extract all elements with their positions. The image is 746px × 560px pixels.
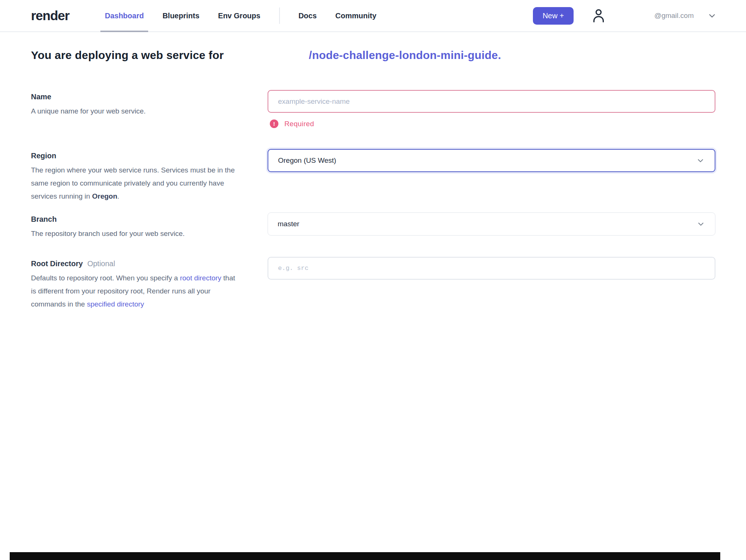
nav-item-env-groups[interactable]: Env Groups [218, 0, 260, 31]
page-title-prefix: You are deploying a web service for [31, 49, 224, 62]
repo-name: /node-challenge-london-mini-guide [309, 49, 498, 62]
header-right-cluster: New + @gmail.com [533, 7, 716, 25]
optional-tag: Optional [87, 259, 115, 268]
name-error: ! Required [270, 119, 715, 128]
nav-item-docs[interactable]: Docs [299, 0, 317, 31]
branch-field-control: master [268, 212, 715, 240]
new-button[interactable]: New + [533, 7, 574, 25]
active-tab-underline [100, 31, 148, 32]
chevron-down-icon[interactable] [708, 12, 716, 20]
root-directory-field-control [268, 257, 715, 311]
name-field-info: Name A unique name for your web service. [31, 90, 238, 128]
page-title: You are deploying a web service for /nod… [31, 49, 715, 62]
root-directory-label-text: Root Directory [31, 259, 83, 268]
nav-item-dashboard-label: Dashboard [105, 12, 144, 20]
user-icon[interactable] [590, 7, 607, 24]
branch-description: The repository branch used for your web … [31, 227, 238, 240]
exclamation-circle-icon: ! [270, 119, 278, 128]
nav-item-blueprints-label: Blueprints [162, 12, 199, 20]
root-directory-description: Defaults to repository root. When you sp… [31, 271, 238, 311]
region-desc-oregon: Oregon [92, 192, 118, 200]
form-row-root-directory: Root DirectoryOptional Defaults to repos… [31, 257, 715, 311]
root-directory-label: Root DirectoryOptional [31, 259, 238, 268]
service-name-input[interactable] [268, 90, 715, 113]
region-desc-text: The region where your web service runs. … [31, 166, 235, 200]
nav-item-community[interactable]: Community [335, 0, 377, 31]
nav-item-env-groups-label: Env Groups [218, 12, 260, 20]
account-email[interactable]: @gmail.com [654, 12, 694, 20]
branch-select[interactable]: master [268, 212, 715, 236]
branch-label: Branch [31, 215, 238, 224]
render-logo[interactable]: render [31, 8, 69, 23]
region-desc-period: . [117, 192, 119, 200]
name-label: Name [31, 93, 238, 101]
page-title-period: . [498, 49, 501, 62]
name-error-text: Required [284, 120, 314, 128]
branch-field-info: Branch The repository branch used for yo… [31, 212, 238, 240]
chevron-down-icon [697, 157, 704, 164]
region-select[interactable]: Oregon (US West) [268, 149, 715, 172]
chevron-down-icon [697, 220, 705, 228]
name-field-control: ! Required [268, 90, 715, 128]
top-navigation-bar: render Dashboard Blueprints Env Groups D… [0, 0, 746, 32]
form-row-name: Name A unique name for your web service.… [31, 90, 715, 128]
region-description: The region where your web service runs. … [31, 164, 238, 203]
deploy-web-service-page: You are deploying a web service for /nod… [0, 49, 746, 311]
specified-directory-link[interactable]: specified directory [87, 300, 144, 308]
form-row-branch: Branch The repository branch used for yo… [31, 212, 715, 240]
nav-item-blueprints[interactable]: Blueprints [162, 0, 199, 31]
region-label: Region [31, 152, 238, 160]
root-directory-field-info: Root DirectoryOptional Defaults to repos… [31, 257, 238, 311]
region-field-control: Oregon (US West) [268, 149, 715, 203]
nav-item-community-label: Community [335, 12, 377, 20]
root-directory-link[interactable]: root directory [180, 274, 221, 282]
name-description: A unique name for your web service. [31, 105, 238, 118]
root-desc-part1: Defaults to repository root. When you sp… [31, 274, 180, 282]
branch-selected-value: master [278, 220, 299, 228]
region-field-info: Region The region where your web service… [31, 149, 238, 203]
root-directory-input[interactable] [268, 257, 715, 280]
nav-item-dashboard[interactable]: Dashboard [105, 0, 144, 31]
form-row-region: Region The region where your web service… [31, 149, 715, 203]
nav-item-docs-label: Docs [299, 12, 317, 20]
deploy-form: Name A unique name for your web service.… [31, 90, 715, 311]
bottom-screen-bar [10, 552, 720, 560]
nav-divider [279, 7, 280, 24]
main-nav: Dashboard Blueprints Env Groups Docs Com… [105, 0, 395, 31]
region-selected-value: Oregon (US West) [278, 156, 336, 165]
